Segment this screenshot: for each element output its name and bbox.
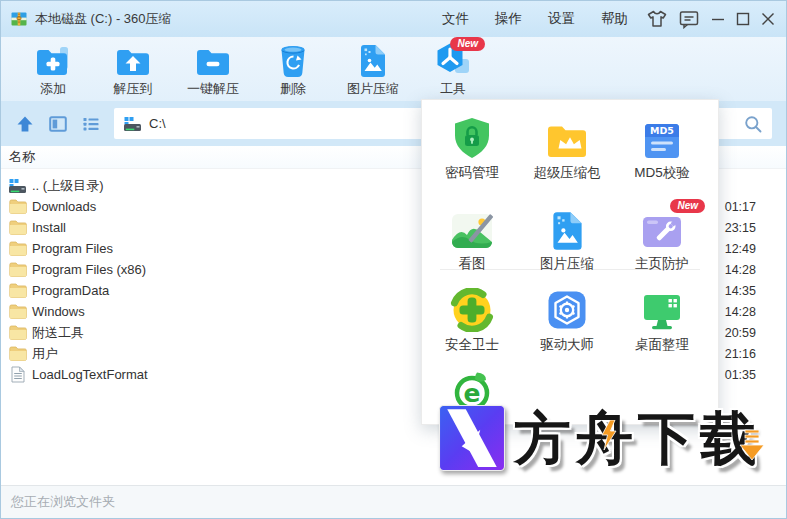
lightning-bolt-icon bbox=[599, 420, 619, 458]
file-name: Program Files bbox=[32, 241, 113, 256]
tool-item-desktop-organize[interactable]: 桌面整理 bbox=[615, 286, 709, 354]
toolbar-button-label: 添加 bbox=[40, 80, 66, 98]
toolbar-button-image-compress[interactable]: 图片压缩 bbox=[333, 37, 413, 101]
document-icon bbox=[7, 366, 28, 383]
app-window: 本地磁盘 (C:) - 360压缩 文件操作设置帮助 添加解压到一键解压删除图片… bbox=[0, 0, 787, 519]
file-time: 14:28 bbox=[725, 263, 756, 277]
md5-icon: MD5 bbox=[642, 114, 682, 160]
drive-icon bbox=[7, 178, 28, 194]
toolbar-button-tools[interactable]: 工具New bbox=[413, 37, 493, 101]
tool-item-label: 超级压缩包 bbox=[533, 164, 601, 182]
toolbar-button-one-click-extract[interactable]: 一键解压 bbox=[173, 37, 253, 101]
tool-item-image-viewer[interactable]: 看图 bbox=[425, 205, 519, 273]
tool-item-label: 看图 bbox=[459, 255, 486, 273]
menu-item-operation[interactable]: 操作 bbox=[482, 1, 535, 37]
folder-oneclick-icon bbox=[195, 41, 231, 78]
file-name: Windows bbox=[32, 304, 85, 319]
tool-item-label: 驱动大师 bbox=[540, 336, 594, 354]
close-button[interactable] bbox=[755, 1, 780, 37]
skin-shirt-icon[interactable] bbox=[641, 1, 673, 37]
new-badge: New bbox=[670, 199, 705, 213]
folder-add-icon bbox=[35, 41, 71, 78]
image-compress-icon bbox=[359, 41, 387, 78]
menu-item-file[interactable]: 文件 bbox=[429, 1, 482, 37]
download-arrow-icon bbox=[739, 429, 765, 465]
toolbar: 添加解压到一键解压删除图片压缩工具New bbox=[1, 37, 786, 101]
tool-item-label: MD5校验 bbox=[634, 164, 690, 182]
ark-logo-icon bbox=[439, 405, 505, 471]
desktop-organize-icon bbox=[640, 286, 684, 332]
tool-item-label: 桌面整理 bbox=[635, 336, 689, 354]
toolbar-button-label: 一键解压 bbox=[187, 80, 239, 98]
titlebar-right: 文件操作设置帮助 bbox=[429, 1, 780, 37]
toolbar-button-extract-to[interactable]: 解压到 bbox=[93, 37, 173, 101]
menu-item-settings[interactable]: 设置 bbox=[535, 1, 588, 37]
file-name: LoadLogTextFormat bbox=[32, 367, 148, 382]
file-time: 14:35 bbox=[725, 284, 756, 298]
tool-item-homepage-guard[interactable]: 主页防护New bbox=[615, 205, 709, 273]
tools-popup: 密码管理超级压缩包MD5MD5校验看图图片压缩主页防护New安全卫士驱动大师桌面… bbox=[421, 99, 719, 425]
tool-item-label: 主页防护 bbox=[635, 255, 689, 273]
search-icon[interactable] bbox=[743, 114, 763, 134]
folder-icon bbox=[7, 304, 28, 319]
folder-icon bbox=[7, 325, 28, 340]
toolbar-button-label: 解压到 bbox=[114, 80, 153, 98]
file-name: 用户 bbox=[32, 345, 58, 363]
file-name: 附送工具 bbox=[32, 324, 84, 342]
file-time: 21:16 bbox=[725, 347, 756, 361]
folder-icon bbox=[7, 241, 28, 256]
password-shield-icon bbox=[452, 114, 492, 160]
minimize-button[interactable] bbox=[705, 1, 730, 37]
folder-icon bbox=[7, 346, 28, 361]
view-mode-icon[interactable] bbox=[48, 114, 68, 134]
toolbar-button-delete[interactable]: 删除 bbox=[253, 37, 333, 101]
menu-item-help[interactable]: 帮助 bbox=[588, 1, 641, 37]
toolbar-button-add[interactable]: 添加 bbox=[13, 37, 93, 101]
tool-item-image-compress[interactable]: 图片压缩 bbox=[520, 205, 614, 273]
file-name: .. (上级目录) bbox=[32, 177, 104, 195]
watermark: 方舟下载 bbox=[439, 405, 762, 471]
tool-item-md5-check[interactable]: MD5MD5校验 bbox=[615, 114, 709, 182]
feedback-icon[interactable] bbox=[673, 1, 705, 37]
file-name: Install bbox=[32, 220, 66, 235]
tool-item-super-archive[interactable]: 超级压缩包 bbox=[520, 114, 614, 182]
folder-icon bbox=[7, 283, 28, 298]
folder-icon bbox=[7, 220, 28, 235]
folder-icon bbox=[7, 199, 28, 214]
driver-master-icon bbox=[545, 286, 589, 332]
file-name: ProgramData bbox=[32, 283, 109, 298]
file-time: 14:28 bbox=[725, 305, 756, 319]
maximize-button[interactable] bbox=[730, 1, 755, 37]
new-badge: New bbox=[450, 37, 485, 51]
svg-text:MD5: MD5 bbox=[650, 125, 674, 136]
folder-icon bbox=[7, 262, 28, 277]
file-time: 12:49 bbox=[725, 242, 756, 256]
toolbar-button-label: 图片压缩 bbox=[347, 80, 399, 98]
title-bar: 本地磁盘 (C:) - 360压缩 文件操作设置帮助 bbox=[1, 1, 786, 37]
tool-item-password-manager[interactable]: 密码管理 bbox=[425, 114, 519, 182]
up-directory-icon[interactable] bbox=[15, 114, 35, 134]
folder-extract-icon bbox=[115, 41, 151, 78]
window-title: 本地磁盘 (C:) - 360压缩 bbox=[35, 10, 172, 28]
tool-item-safety-guard[interactable]: 安全卫士 bbox=[425, 286, 519, 354]
status-bar: 您正在浏览文件夹 bbox=[1, 485, 786, 518]
image-compress-lg-icon bbox=[551, 205, 584, 251]
tool-item-driver-master[interactable]: 驱动大师 bbox=[520, 286, 614, 354]
menu-bar: 文件操作设置帮助 bbox=[429, 1, 641, 37]
status-text: 您正在浏览文件夹 bbox=[11, 493, 115, 511]
image-viewer-icon bbox=[450, 205, 494, 251]
drive-icon bbox=[123, 116, 142, 132]
svg-text:e: e bbox=[464, 379, 481, 408]
super-archive-icon bbox=[545, 114, 589, 160]
file-time: 01:35 bbox=[725, 368, 756, 382]
trash-icon bbox=[277, 41, 309, 78]
toolbar-button-label: 删除 bbox=[280, 80, 306, 98]
tool-item-label: 密码管理 bbox=[445, 164, 499, 182]
file-time: 01:17 bbox=[725, 200, 756, 214]
file-name: Program Files (x86) bbox=[32, 262, 146, 277]
tool-item-label: 安全卫士 bbox=[445, 336, 499, 354]
list-view-icon[interactable] bbox=[81, 114, 101, 134]
file-name: Downloads bbox=[32, 199, 96, 214]
file-time: 20:59 bbox=[725, 326, 756, 340]
tool-item-label: 图片压缩 bbox=[540, 255, 594, 273]
